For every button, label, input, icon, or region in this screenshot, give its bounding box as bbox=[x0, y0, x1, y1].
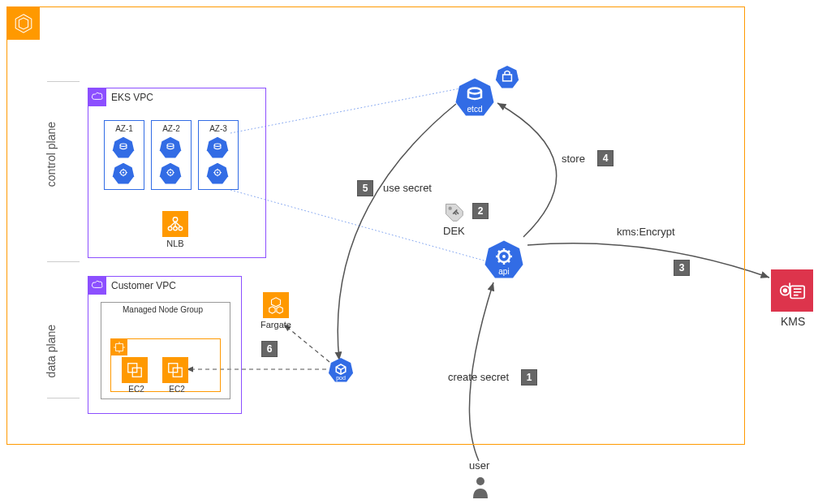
svg-marker-1 bbox=[19, 18, 28, 29]
user-label: user bbox=[469, 459, 489, 472]
etcd-icon-az1 bbox=[112, 136, 135, 159]
az-1-label: AZ-1 bbox=[115, 124, 133, 133]
api-icon-az1 bbox=[112, 162, 135, 185]
api-icon-az2 bbox=[159, 162, 182, 185]
kms-label: KMS bbox=[781, 315, 805, 328]
svg-point-18 bbox=[217, 171, 218, 173]
svg-point-54 bbox=[449, 207, 452, 210]
asg-icon bbox=[111, 339, 127, 355]
pod-label: pod bbox=[328, 375, 354, 381]
svg-line-50 bbox=[498, 251, 500, 252]
secret-icon bbox=[495, 65, 519, 89]
api-label: api bbox=[484, 267, 524, 276]
step-2-badge: 2 bbox=[472, 203, 489, 219]
svg-marker-39 bbox=[272, 298, 281, 307]
step-4-badge: 4 bbox=[597, 150, 614, 166]
svg-line-51 bbox=[508, 261, 510, 262]
kms-icon bbox=[771, 269, 813, 312]
svg-line-27 bbox=[170, 222, 175, 226]
step-3-label: kms:Encrypt bbox=[617, 226, 675, 238]
user-icon bbox=[471, 476, 490, 498]
etcd-node: etcd bbox=[454, 77, 495, 118]
mng-title: Managed Node Group bbox=[123, 305, 203, 314]
svg-point-23 bbox=[173, 218, 178, 222]
control-plane-label: control plane bbox=[45, 122, 58, 187]
step-1-badge: 1 bbox=[521, 369, 537, 386]
step-3-badge: 3 bbox=[674, 260, 690, 276]
nlb-label: NLB bbox=[151, 239, 200, 248]
plane-divider-2 bbox=[47, 81, 80, 82]
step-5-label: use secret bbox=[383, 182, 432, 194]
dek-key-icon bbox=[443, 201, 464, 222]
svg-line-52 bbox=[508, 251, 510, 252]
vpc-icon bbox=[88, 88, 106, 106]
api-icon-az3 bbox=[206, 162, 229, 185]
step-5-badge: 5 bbox=[357, 180, 373, 196]
ec2-label-2: EC2 bbox=[153, 385, 201, 394]
api-node: api bbox=[484, 239, 524, 280]
step-1-label: create secret bbox=[448, 371, 509, 383]
data-plane-label: data plane bbox=[45, 325, 58, 377]
eks-vpc-title: EKS VPC bbox=[111, 92, 153, 103]
svg-point-60 bbox=[784, 289, 787, 292]
customer-vpc-title: Customer VPC bbox=[111, 280, 176, 291]
step-4-label: store bbox=[562, 153, 585, 165]
svg-point-11 bbox=[170, 171, 171, 173]
fargate-icon bbox=[263, 292, 289, 318]
svg-rect-30 bbox=[116, 344, 123, 351]
vpc-icon-2 bbox=[88, 277, 106, 295]
etcd-icon-az2 bbox=[159, 136, 182, 159]
etcd-label: etcd bbox=[454, 105, 495, 114]
svg-point-66 bbox=[476, 477, 484, 485]
svg-marker-40 bbox=[269, 307, 275, 313]
etcd-icon-az3 bbox=[206, 136, 229, 159]
svg-line-53 bbox=[498, 261, 500, 262]
eks-service-icon bbox=[7, 7, 40, 40]
svg-point-25 bbox=[174, 226, 178, 230]
svg-line-29 bbox=[175, 222, 180, 226]
ec2-icon-2 bbox=[162, 357, 188, 383]
plane-divider-1 bbox=[47, 261, 80, 262]
nlb-icon bbox=[162, 211, 188, 237]
step-2-label: DEK bbox=[443, 225, 465, 237]
svg-point-45 bbox=[502, 255, 506, 258]
az-2-label: AZ-2 bbox=[162, 124, 180, 133]
fargate-label: Fargate bbox=[252, 320, 300, 330]
svg-marker-0 bbox=[15, 15, 32, 32]
az-3-label: AZ-3 bbox=[209, 124, 227, 133]
svg-point-24 bbox=[168, 226, 172, 230]
pod-node: pod bbox=[328, 357, 354, 383]
svg-point-4 bbox=[123, 171, 124, 173]
step-6-badge: 6 bbox=[261, 341, 278, 357]
plane-divider-3 bbox=[47, 398, 80, 398]
ec2-icon-1 bbox=[122, 357, 148, 383]
svg-point-26 bbox=[179, 226, 183, 230]
svg-marker-41 bbox=[277, 307, 282, 313]
